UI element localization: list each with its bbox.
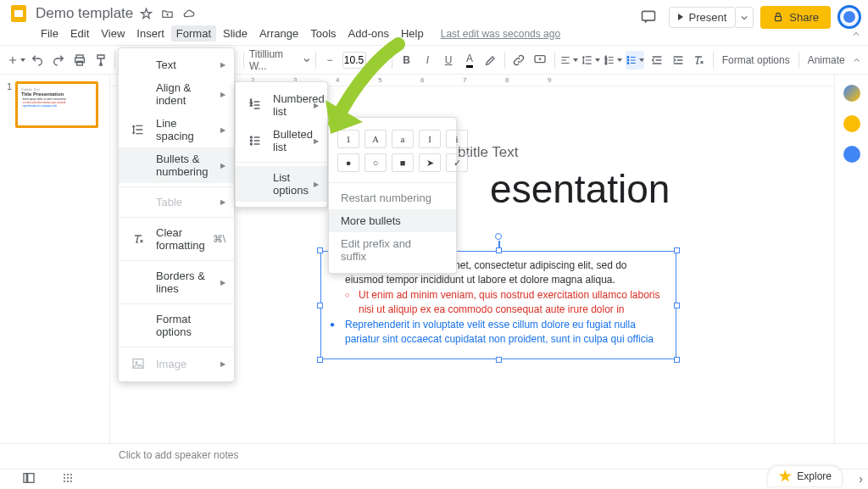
document-title[interactable]: Demo template	[36, 5, 133, 22]
tool-clear-formatting[interactable]	[690, 51, 708, 69]
tool-add-comment[interactable]	[531, 51, 549, 69]
menu-edit[interactable]: Edit	[65, 25, 94, 42]
svg-point-30	[136, 362, 137, 364]
tool-paint-format[interactable]	[92, 51, 109, 69]
tool-animate[interactable]: Animate	[804, 53, 849, 68]
resize-handle[interactable]	[674, 247, 680, 253]
tool-font-size-increase[interactable]: +	[370, 51, 387, 69]
menu-addons[interactable]: Add-ons	[343, 25, 394, 42]
tool-numbered-list[interactable]: 123	[604, 51, 622, 69]
menu-more-bullets[interactable]: More bullets	[329, 209, 456, 232]
tool-underline[interactable]: U	[440, 51, 458, 69]
menu-tools[interactable]: Tools	[305, 25, 341, 42]
resize-handle[interactable]	[496, 247, 502, 253]
calendar-icon[interactable]	[843, 85, 860, 102]
menu-bulleted-list[interactable]: Bulleted list	[236, 123, 327, 158]
last-edit-link[interactable]: Last edit was seconds ago	[441, 28, 560, 40]
tool-indent-increase[interactable]	[669, 51, 687, 69]
account-avatar[interactable]	[837, 5, 861, 29]
share-button[interactable]: Share	[760, 6, 831, 29]
list-item[interactable]: Reprehenderit in voluptate velit esse ci…	[345, 318, 662, 347]
bullet-choice-square[interactable]: ■	[392, 153, 414, 172]
resize-handle[interactable]	[674, 303, 680, 308]
bullet-choice-1[interactable]: 1	[337, 130, 359, 148]
menu-numbered-list[interactable]: 12Numbered list	[236, 87, 327, 123]
resize-handle[interactable]	[496, 357, 502, 363]
comments-icon[interactable]	[635, 3, 662, 31]
menu-help[interactable]: Help	[396, 25, 429, 42]
tool-line-spacing[interactable]	[581, 51, 600, 69]
numbered-list-icon: 12	[248, 97, 263, 113]
present-dropdown[interactable]	[736, 7, 754, 28]
menu-arrange[interactable]: Arrange	[254, 25, 303, 42]
menu-table: Table	[119, 191, 234, 214]
tool-font-size-decrease[interactable]: −	[321, 51, 339, 69]
bullet-choice-arrow[interactable]: ➤	[419, 153, 441, 172]
tool-align[interactable]	[559, 51, 578, 69]
tool-font-size[interactable]	[342, 52, 366, 69]
svg-rect-3	[776, 16, 782, 20]
menu-slide[interactable]: Slide	[218, 25, 253, 42]
tool-font-family[interactable]: Titillium W...	[249, 48, 310, 72]
tool-text-color[interactable]: A	[461, 51, 479, 69]
menu-clear-formatting[interactable]: Clear formatting⌘\	[119, 221, 234, 257]
menu-align-indent[interactable]: Align & indent	[119, 76, 234, 112]
menu-file[interactable]: File	[36, 25, 64, 42]
star-icon[interactable]	[140, 8, 153, 20]
bullet-choice-disc[interactable]: ●	[337, 153, 359, 172]
tool-bold[interactable]: B	[398, 51, 415, 69]
resize-handle[interactable]	[317, 303, 323, 308]
tool-print[interactable]	[71, 51, 89, 69]
tool-highlight-color[interactable]	[481, 51, 499, 69]
resize-handle[interactable]	[317, 357, 323, 363]
keep-icon[interactable]	[843, 115, 860, 132]
menu-restart-numbering[interactable]: Restart numbering	[329, 186, 456, 209]
move-folder-icon[interactable]	[161, 8, 174, 20]
speaker-notes[interactable]: Click to add speaker notes	[0, 443, 868, 469]
image-icon	[131, 356, 146, 371]
tool-insert-link[interactable]	[510, 51, 528, 69]
filmstrip[interactable]: 1 Subtitle Text Title Presentation · lor…	[0, 75, 110, 443]
tasks-icon[interactable]	[843, 146, 860, 163]
present-button[interactable]: Present	[669, 7, 736, 28]
tool-indent-decrease[interactable]	[648, 51, 665, 69]
bullet-choice-I[interactable]: I	[419, 130, 441, 148]
filmstrip-view-icon[interactable]	[22, 471, 36, 487]
bullet-choice-a[interactable]: a	[392, 130, 414, 148]
tool-redo[interactable]	[50, 51, 68, 69]
keyboard-shortcut: ⌘\	[213, 233, 225, 245]
rotate-handle[interactable]	[495, 233, 502, 240]
bullet-choice-i[interactable]: i	[446, 130, 468, 148]
tool-bulleted-list[interactable]	[626, 51, 644, 69]
svg-point-25	[70, 477, 72, 479]
bullet-choice-A[interactable]: A	[364, 130, 387, 148]
bullet-choice-circle[interactable]: ○	[364, 153, 387, 172]
tool-undo[interactable]	[29, 51, 47, 69]
menu-borders-lines[interactable]: Borders & lines	[119, 264, 234, 300]
slide-thumbnail-1[interactable]: Subtitle Text Title Presentation · lorem…	[15, 81, 98, 128]
tool-format-options[interactable]: Format options	[719, 53, 793, 68]
play-icon	[678, 14, 683, 20]
menu-line-spacing[interactable]: Line spacing	[119, 112, 234, 147]
resize-handle[interactable]	[674, 357, 680, 363]
menu-format[interactable]: Format	[171, 25, 216, 42]
menu-view[interactable]: View	[96, 25, 130, 42]
menu-text[interactable]: Text	[119, 53, 234, 76]
bullet-choice-check[interactable]: ✓	[446, 153, 468, 172]
svg-rect-1	[14, 10, 23, 17]
list-item[interactable]: Ut enim ad minim veniam, quis nostrud ex…	[359, 288, 662, 318]
grid-view-icon[interactable]	[61, 471, 75, 487]
side-panel-collapse-icon[interactable]: ›	[859, 472, 863, 486]
tool-italic[interactable]: I	[419, 51, 437, 69]
menu-bullets-numbering[interactable]: Bullets & numbering	[119, 147, 234, 183]
tool-new-slide[interactable]	[7, 51, 25, 69]
menu-format-options[interactable]: Format options	[119, 308, 234, 343]
menu-list-options[interactable]: List options	[236, 166, 327, 202]
menu-edit-prefix-suffix[interactable]: Edit prefix and suffix	[329, 232, 456, 268]
cloud-status-icon[interactable]	[182, 8, 195, 20]
app-logo-slides[interactable]	[7, 2, 31, 25]
resize-handle[interactable]	[317, 247, 323, 253]
menu-insert[interactable]: Insert	[131, 25, 170, 42]
collapse-toolbar-icon[interactable]	[852, 55, 861, 65]
explore-button[interactable]: Explore	[767, 465, 843, 487]
